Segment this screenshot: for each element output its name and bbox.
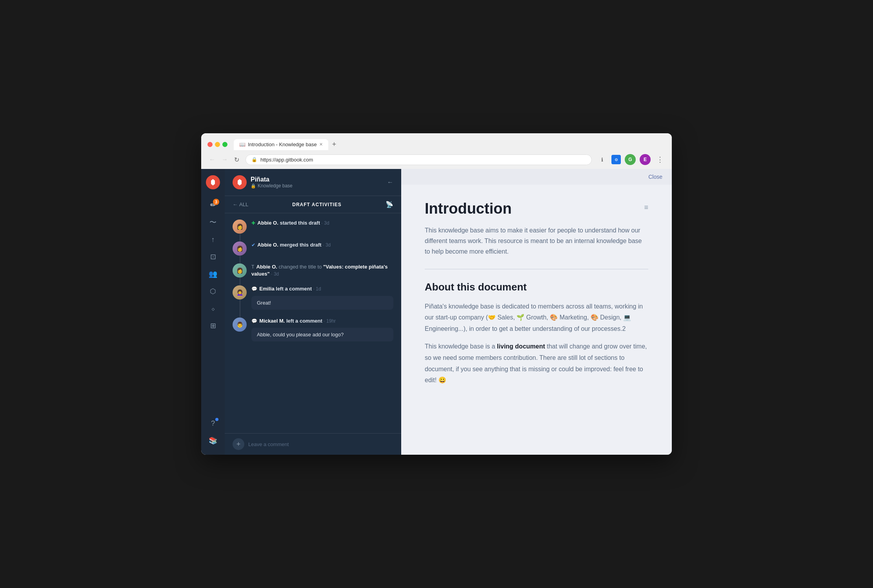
section-title: About this document [425,281,648,293]
app-area: ✏ 3 〜 ↑ ⊡ 👥 ⬡ ⬦ ⊞ [201,169,672,455]
section-divider [425,269,648,269]
comment-text: Abbie, could you please add our logo? [257,332,344,338]
activity-content: ✚ Abbie O. started this draft · 3d [251,220,393,234]
main-content: Close Introduction ≡ This knowledge base… [401,169,672,455]
members-icon: 👥 [209,270,217,278]
active-tab[interactable]: 📖 Introduction - Knowledge base ✕ [234,139,328,150]
avatar-face: 👨 [233,318,247,332]
activity-item: 👩 T Abbie O. changed the title to "Value… [233,263,393,278]
activity-list: 👩 ✚ Abbie O. started this draft · 3d [225,213,401,433]
activity-comment-icon: 💬 [251,286,258,292]
tab-bar: 📖 Introduction - Knowledge base ✕ + [234,138,666,151]
profile-e-button[interactable]: E [640,154,651,165]
extension-icon[interactable]: ⚙ [611,155,621,164]
forward-button[interactable]: → [220,154,229,165]
section-text-1: Piñata's knowledge base is dedicated to … [425,301,648,335]
activity-time: · 3d [323,242,331,248]
info-button[interactable]: ℹ [597,154,607,165]
nav-buttons: ← → ↻ [207,154,241,165]
avatar-face: 👩‍🦱 [233,285,247,299]
sidebar-item-gitbook[interactable]: 📚 [205,433,221,448]
panel-collapse-button[interactable]: ← [387,179,393,186]
address-bar: ← → ↻ 🔒 https://app.gitbook.com ℹ ⚙ G E … [201,154,672,169]
close-traffic-light[interactable] [207,142,213,147]
activity-item: 👩 ✔ Abbie O. merged this draft · 3d [233,241,393,256]
content-top-bar: Close [401,169,672,185]
ext-logo: ⚙ [615,158,618,162]
tab-title: Introduction - Knowledge base [248,142,317,147]
comment-bubble: Abbie, could you please add our logo? [251,328,393,341]
section-text-2-start: This knowledge base is a [425,343,497,350]
url-bar[interactable]: 🔒 https://app.gitbook.com [246,154,592,165]
panel-org-info: Piñata 🔒 Knowledge base [251,176,383,189]
maximize-traffic-light[interactable] [222,142,227,147]
activity-action: left a comment [276,286,312,292]
stats-icon: ⬦ [211,305,215,313]
sidebar-item-members[interactable]: 👥 [205,266,221,282]
rss-icon: 📡 [386,201,393,208]
section-text-2: This knowledge base is a living document… [425,341,648,386]
sidebar-item-stats[interactable]: ⬦ [205,301,221,316]
comment-bubble: Great! [251,296,393,310]
activity-user: Abbie O. [256,264,278,270]
activity-plus-icon: ✚ [251,220,256,226]
sidebar-item-publish[interactable]: ↑ [205,232,221,247]
sidebar-item-help[interactable]: ? [205,416,221,431]
sidebar-item-analytics[interactable]: 〜 [205,214,221,230]
rss-button[interactable]: 📡 [386,201,393,208]
page-title: Introduction [425,200,512,217]
integrations-icon: ⬡ [210,287,216,296]
close-button[interactable]: Close [648,174,662,180]
activity-action: started this draft [280,220,320,226]
leave-comment-area: + Leave a comment [225,433,401,455]
activity-action: changed the title [279,264,316,270]
content-body: Introduction ≡ This knowledge base aims … [401,185,672,455]
avatar: 👩‍🦱 [233,285,247,299]
activity-text: ✚ Abbie O. started this draft · 3d [251,220,393,227]
back-label: ALL [239,201,248,207]
browser-actions: ℹ ⚙ G E ⋮ [597,154,666,165]
content-menu-icon[interactable]: ≡ [644,203,648,212]
ssl-icon: 🔒 [251,157,257,162]
traffic-lights [207,142,227,147]
profile-g-button[interactable]: G [625,154,636,165]
browser-menu-button[interactable]: ⋮ [655,154,666,165]
panel-org-logo [236,178,244,186]
avatar: 👩 [233,263,247,278]
activity-header: ← ALL DRAFT ACTIVITIES 📡 [225,196,401,213]
sidebar-item-integrations[interactable]: ⬡ [205,283,221,299]
activity-action: left a comment [286,318,322,324]
edit-badge: 3 [213,199,219,205]
activity-user: Emilia [259,286,276,292]
avatar-face: 👩 [233,220,247,234]
back-all-button[interactable]: ← ALL [233,201,248,207]
tab-close-button[interactable]: ✕ [319,142,323,147]
back-arrow-icon: ← [233,201,238,207]
activity-time: · 3d [322,220,329,226]
panel-org-avatar[interactable] [233,175,247,189]
back-button[interactable]: ← [207,154,217,165]
activity-panel: Piñata 🔒 Knowledge base ← ← ALL DRAFT AC… [225,169,401,455]
comments-icon: ⊡ [210,252,216,261]
reload-button[interactable]: ↻ [233,154,241,165]
panel-sub-text: Knowledge base [258,183,293,189]
publish-icon: ↑ [211,236,215,244]
activity-item: 👩‍🦱 💬 Emilia left a comment · 1d Great! [233,285,393,309]
new-tab-button[interactable]: + [328,138,340,151]
org-avatar[interactable] [206,175,220,189]
add-comment-button[interactable]: + [233,438,244,450]
activity-content: T Abbie O. changed the title to "Values:… [251,263,393,278]
activity-content: 💬 Mickael M. left a comment · 19hr Abbie… [251,318,393,341]
activity-item: 👨 💬 Mickael M. left a comment · 19hr Abb… [233,318,393,341]
activity-time: · 1d [313,286,321,292]
minimize-traffic-light[interactable] [215,142,220,147]
sidebar-item-settings[interactable]: ⊞ [205,318,221,334]
activity-content: ✔ Abbie O. merged this draft · 3d [251,241,393,256]
notification-dot [215,418,218,421]
leave-comment-label[interactable]: Leave a comment [248,441,289,447]
sidebar-item-edit[interactable]: ✏ 3 [205,197,221,213]
sidebar-item-comments[interactable]: ⊡ [205,249,221,265]
panel-org-name: Piñata [251,176,383,183]
activity-text: T Abbie O. changed the title to "Values:… [251,263,393,278]
activity-user: Mickael M. [259,318,286,324]
